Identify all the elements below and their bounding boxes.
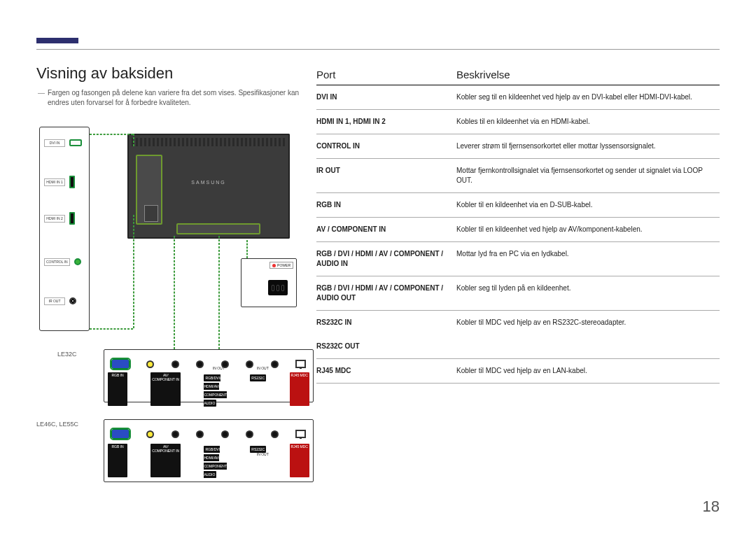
side-port-panel: DVI IN HDMI IN 1 HDMI IN 2 CONTROL IN IR…	[39, 127, 90, 331]
vent-texture	[132, 138, 286, 146]
rca-black-icon	[246, 430, 253, 438]
port-name: RGB / DVI / HDMI / AV / COMPONENT / AUDI…	[316, 249, 456, 269]
port-label-rs232c: RS232C	[250, 374, 266, 381]
left-column: Visning av baksiden Fargen og fasongen p…	[36, 64, 302, 485]
label-dvi-in: DVI IN	[44, 139, 65, 147]
port-label-in-out: IN OUT	[250, 452, 275, 456]
jack-green-icon	[74, 258, 81, 265]
port-name: RS232C OUT	[316, 342, 456, 351]
port-desc: Kobler til en kildeenhet ved hjelp av AV…	[456, 225, 720, 234]
rear-side-slot-highlight	[136, 155, 162, 225]
rca-black-icon	[172, 360, 179, 368]
table-row: RJ45 MDC Kobler til MDC ved hjelp av en …	[316, 359, 720, 384]
port-desc: Mottar fjernkontrollsignalet via fjernse…	[456, 166, 720, 185]
port-name: AV / COMPONENT IN	[316, 225, 456, 234]
vga-port-icon	[111, 429, 130, 439]
table-row: IR OUT Mottar fjernkontrollsignalet via …	[316, 159, 720, 193]
monitor-rear-view: SAMSUNG	[127, 134, 290, 239]
table-row: CONTROL IN Leverer strøm til fjernsensor…	[316, 134, 720, 159]
rca-yellow-icon	[146, 430, 154, 438]
port-label-audio: RGB/DVI/ HDMI/AV/ COMPONENT AUDIO	[204, 374, 227, 407]
port-desc: Mottar lyd fra en PC via en lydkabel.	[456, 249, 720, 269]
port-desc: Kobler seg til lyden på en kildeenhet.	[456, 283, 720, 303]
hdmi-port-icon	[69, 212, 75, 225]
label-hdmi-in-1: HDMI IN 1	[44, 178, 65, 186]
page-title: Visning av baksiden	[36, 64, 302, 83]
port-name: RGB / DVI / HDMI / AV / COMPONENT / AUDI…	[316, 283, 456, 303]
table-row: RS232C OUT	[316, 335, 720, 359]
vga-port-icon	[111, 359, 130, 369]
brand-logo: SAMSUNG	[191, 180, 225, 185]
port-desc: Kobler til MDC ved hjelp av en LAN-kabel…	[456, 366, 720, 376]
dashed-leader	[90, 134, 133, 135]
rca-black-icon	[271, 430, 279, 438]
bottom-port-panel-le32c: RGB IN AV/ COMPONENT IN IN OUT RGB/DVI/ …	[104, 349, 314, 402]
rca-black-icon	[196, 430, 204, 438]
table-row: RGB / DVI / HDMI / AV / COMPONENT / AUDI…	[316, 276, 720, 311]
rear-bottom-slot-highlight	[176, 223, 260, 234]
port-label-in-out: IN OUT	[250, 366, 275, 370]
dvi-port-icon	[69, 139, 82, 146]
port-label-rj45-mdc: RJ45 MDC	[290, 372, 309, 406]
dashed-leader	[90, 328, 133, 330]
power-module: POWER	[241, 258, 297, 307]
table-row: RS232C IN Kobler til MDC ved hjelp av en…	[316, 311, 720, 335]
page-body: Visning av baksiden Fargen og fasongen p…	[36, 64, 720, 513]
rear-figure: DVI IN HDMI IN 1 HDMI IN 2 CONTROL IN IR…	[36, 121, 302, 485]
port-name: RJ45 MDC	[316, 366, 456, 376]
port-label-rgb-in: RGB IN	[108, 372, 127, 406]
iec-socket-icon	[268, 280, 288, 295]
port-label-rgb-in: RGB IN	[108, 444, 127, 477]
port-desc: Kobles til en kildeenhet via en HDMI-kab…	[456, 117, 720, 127]
table-row: DVI IN Kobler seg til en kildeenhet ved …	[316, 85, 720, 110]
port-desc	[456, 342, 720, 351]
table-header-port: Port	[316, 69, 456, 80]
port-desc: Kobler seg til en kildeenhet ved hjelp a…	[456, 92, 720, 102]
port-name: RGB IN	[316, 200, 456, 210]
rca-black-icon	[221, 430, 229, 438]
table-row: RGB IN Kobler til en kildeenhet via en D…	[316, 193, 720, 218]
top-rule	[36, 49, 720, 50]
port-table: Port Beskrivelse DVI IN Kobler seg til e…	[316, 64, 720, 384]
table-row: AV / COMPONENT IN Kobler til en kildeenh…	[316, 218, 720, 242]
rca-black-icon	[172, 430, 179, 438]
model-label-le46-55c: LE46C, LE55C	[36, 421, 78, 428]
port-name: HDMI IN 1, HDMI IN 2	[316, 117, 456, 127]
note-text: Fargen og fasongen på delene kan variere…	[48, 88, 302, 107]
port-label-in-out: IN OUT	[204, 466, 233, 470]
port-name: CONTROL IN	[316, 141, 456, 151]
rj45-port-icon	[295, 360, 306, 368]
port-name: RS232C IN	[316, 318, 456, 328]
jack-white-icon	[69, 297, 76, 304]
rca-yellow-icon	[146, 360, 154, 368]
port-label-audio: RGB/DVI HDMI/AV/ COMPONENT AUDIO	[204, 446, 227, 478]
port-name: DVI IN	[316, 92, 456, 102]
table-row: HDMI IN 1, HDMI IN 2 Kobles til en kilde…	[316, 110, 720, 134]
dashed-leader	[174, 236, 175, 349]
dashed-leader	[246, 240, 248, 258]
page-number: 18	[703, 498, 720, 516]
table-header-row: Port Beskrivelse	[316, 69, 720, 85]
port-name: IR OUT	[316, 166, 456, 185]
port-desc: Leverer strøm til fjernsensorkortet elle…	[456, 141, 720, 151]
port-label-av-component-in: AV/ COMPONENT IN	[150, 444, 181, 477]
dashed-leader	[218, 236, 220, 349]
label-control-in: CONTROL IN	[44, 258, 70, 266]
port-label-av-component-in: AV/ COMPONENT IN	[150, 372, 181, 406]
table-header-desc: Beskrivelse	[456, 69, 720, 80]
power-indicator: POWER	[270, 262, 293, 269]
dashed-leader	[133, 215, 134, 328]
port-desc: Kobler til en kildeenhet via en D-SUB-ka…	[456, 200, 720, 210]
hdmi-port-icon	[69, 176, 75, 188]
port-desc: Kobler til MDC ved hjelp av en RS232C-st…	[456, 318, 720, 328]
rca-black-icon	[196, 360, 204, 368]
bottom-port-panel-le46-55c: RGB IN AV/ COMPONENT IN RGB/DVI HDMI/AV/…	[104, 419, 314, 482]
rj45-port-icon	[295, 430, 306, 438]
model-label-le32c: LE32C	[57, 351, 77, 358]
port-label-in-out: IN OUT	[204, 366, 233, 370]
dashed-leader	[133, 134, 134, 146]
port-label-rj45-mdc: RJ45 MDC	[290, 444, 309, 477]
accent-bar	[36, 38, 78, 43]
table-row: RGB / DVI / HDMI / AV / COMPONENT / AUDI…	[316, 242, 720, 276]
label-hdmi-in-2: HDMI IN 2	[44, 215, 65, 223]
